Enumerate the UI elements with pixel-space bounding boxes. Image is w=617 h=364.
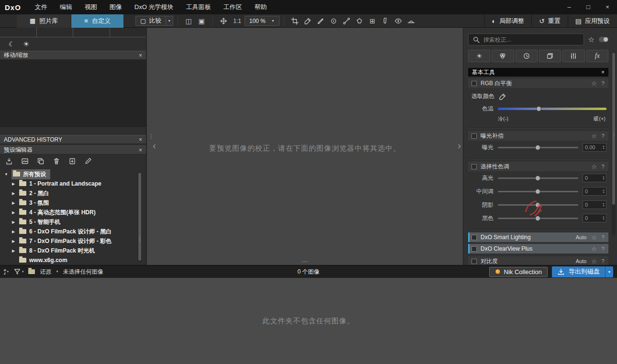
favorites-filter-icon[interactable]: ☆ xyxy=(588,35,595,44)
control-point-icon[interactable] xyxy=(327,14,340,28)
collapse-arrow-icon[interactable]: ▶ xyxy=(12,191,19,196)
tree-root-row[interactable]: ▼ 所有预设 xyxy=(0,169,146,179)
preset-folder-row[interactable]: ▶ 2 - 黑白 xyxy=(0,188,146,198)
tool-enable-checkbox[interactable] xyxy=(471,259,477,264)
tree-scrollbar[interactable] xyxy=(138,172,142,262)
tool-smart-lighting[interactable]: DxO Smart Lighting Auto ☆ ? xyxy=(468,232,608,242)
export-main-segment[interactable]: 导出到磁盘 xyxy=(552,266,605,277)
split-view-icon[interactable]: ◫ xyxy=(182,14,195,28)
close-button[interactable]: × xyxy=(598,0,617,14)
search-box[interactable] xyxy=(468,33,584,45)
minimize-button[interactable]: – xyxy=(560,0,579,14)
tool-rgb-white-balance[interactable]: RGB 白平衡 ☆ ? xyxy=(468,78,608,88)
sort-button[interactable]: az ▾ xyxy=(4,268,9,275)
white-balance-picker-icon[interactable] xyxy=(302,14,314,28)
menu-optics-modules[interactable]: DxO 光学模块 xyxy=(128,0,180,14)
horizon-tool-icon[interactable] xyxy=(405,14,418,28)
tool-enable-checkbox[interactable] xyxy=(471,164,477,169)
shadow-clipping-icon[interactable]: ☾ xyxy=(9,40,15,48)
preset-folder-row[interactable]: ▶ 3 - 氛围 xyxy=(0,198,146,208)
tab-photolibrary[interactable]: ▦ 照片库 xyxy=(17,14,71,28)
tool-enable-checkbox[interactable] xyxy=(471,133,477,139)
import-preset-icon[interactable] xyxy=(68,157,76,165)
paperclip-icon[interactable] xyxy=(379,14,392,28)
compare-button[interactable]: ▢ 比较 xyxy=(135,16,166,26)
duplicate-preset-icon[interactable] xyxy=(37,157,45,165)
current-folder-icon[interactable] xyxy=(28,269,35,274)
collapse-right-panel-icon[interactable]: › xyxy=(458,140,461,151)
help-icon[interactable]: ? xyxy=(601,80,605,86)
exposure-value-field[interactable]: 0.00 ▴▾ xyxy=(583,143,606,152)
collapse-arrow-icon[interactable]: ▶ xyxy=(12,220,19,224)
tool-selective-tone[interactable]: 选择性色调 ☆ ? xyxy=(468,162,608,171)
menu-workspace[interactable]: 工作区 xyxy=(217,0,248,14)
navigator-preview[interactable] xyxy=(0,60,146,127)
repair-brush-icon[interactable] xyxy=(314,14,327,28)
help-icon[interactable]: ? xyxy=(601,246,605,252)
perspective-grid-icon[interactable]: ⊞ xyxy=(366,14,379,28)
favorite-star-icon[interactable]: ☆ xyxy=(591,234,597,241)
menu-tool-panels[interactable]: 工具面板 xyxy=(179,0,217,14)
tab-detail[interactable] xyxy=(516,50,538,62)
zoom-level-dropdown[interactable]: 100 % ▼ xyxy=(245,16,280,26)
slider-thumb[interactable] xyxy=(536,106,541,111)
tool-contrast[interactable]: 对比度 Auto ☆ ? xyxy=(468,256,608,266)
shadows-value-field[interactable]: 0 ▴▾ xyxy=(583,200,606,209)
left-splitter-grip-icon[interactable]: ⋮ xyxy=(148,135,154,138)
tab-light[interactable]: ☀ xyxy=(468,50,490,62)
tab-geometry[interactable] xyxy=(539,50,561,62)
preset-from-image-icon[interactable] xyxy=(21,157,29,165)
blacks-value-field[interactable]: 0 ▴▾ xyxy=(583,214,606,222)
help-icon[interactable]: ? xyxy=(601,164,605,169)
highlight-clipping-icon[interactable]: ☀ xyxy=(23,40,30,48)
help-icon[interactable]: ? xyxy=(601,258,605,264)
step-down-icon[interactable]: ▾ xyxy=(603,147,604,150)
collapse-arrow-icon[interactable]: ▶ xyxy=(12,249,19,253)
reset-button[interactable]: ↺ 重置 xyxy=(531,14,568,27)
tool-enable-checkbox[interactable] xyxy=(471,246,477,252)
polygon-mask-icon[interactable] xyxy=(353,14,366,28)
collapse-arrow-icon[interactable]: ▶ xyxy=(12,230,19,234)
menu-help[interactable]: 帮助 xyxy=(248,0,273,14)
preset-folder-row[interactable]: ▶ 1 - Portrait and Landscape xyxy=(0,179,146,188)
tree-scrollbar-thumb[interactable] xyxy=(138,173,141,261)
preset-folder-row[interactable]: ▶ 8 - DxO FilmPack 时光机 xyxy=(0,246,146,255)
menu-view[interactable]: 视图 xyxy=(79,0,103,14)
preset-folder-row[interactable]: ▶ 7 - DxO FilmPack 设计师 - 彩色 xyxy=(0,236,146,246)
favorite-star-icon[interactable]: ☆ xyxy=(591,132,597,140)
menu-edit[interactable]: 编辑 xyxy=(54,0,79,14)
export-dropdown[interactable]: ▼ xyxy=(605,266,613,277)
highlights-value-field[interactable]: 0 ▴▾ xyxy=(583,174,606,182)
temperature-slider[interactable] xyxy=(498,106,606,112)
step-down-icon[interactable]: ▾ xyxy=(603,191,604,194)
tool-enable-checkbox[interactable] xyxy=(471,81,477,86)
expand-arrow-icon[interactable]: ▼ xyxy=(4,172,11,176)
search-input[interactable] xyxy=(483,36,580,43)
favorite-star-icon[interactable]: ☆ xyxy=(591,163,597,170)
right-panel-scrollbar-thumb[interactable] xyxy=(612,53,615,205)
tab-adjustments[interactable] xyxy=(562,50,584,62)
menu-image[interactable]: 图像 xyxy=(103,0,128,14)
menu-file[interactable]: 文件 xyxy=(29,0,54,14)
pipette-icon[interactable] xyxy=(499,93,506,100)
right-splitter-grip-icon[interactable]: ⋮ xyxy=(611,134,617,137)
favorite-star-icon[interactable]: ☆ xyxy=(591,245,597,253)
slider-thumb[interactable] xyxy=(535,145,540,150)
collapse-arrow-icon[interactable]: ▶ xyxy=(12,201,19,205)
pick-color-row[interactable]: 选取颜色 xyxy=(468,88,608,102)
preset-folder-row[interactable]: ▶ 6 - DxO FilmPack 设计师 - 黑白 xyxy=(0,227,146,236)
export-to-disk-button[interactable]: 导出到磁盘 ▼ xyxy=(552,266,613,277)
rename-preset-icon[interactable] xyxy=(84,157,92,165)
help-icon[interactable]: ? xyxy=(601,234,605,240)
close-icon[interactable]: × xyxy=(139,53,142,58)
highlights-slider[interactable] xyxy=(498,175,578,181)
tool-clearview-plus[interactable]: DxO ClearView Plus ☆ ? xyxy=(468,244,608,254)
preset-folder-row[interactable]: ▶ 4 - 高动态范围(单张 HDR) xyxy=(0,208,146,217)
favorite-star-icon[interactable]: ☆ xyxy=(591,80,597,87)
close-icon[interactable]: × xyxy=(139,137,142,143)
tab-color[interactable] xyxy=(492,50,514,62)
maximize-button[interactable]: □ xyxy=(579,0,598,14)
tab-customize[interactable]: ≡ 自定义 xyxy=(71,14,124,28)
pan-tool-icon[interactable] xyxy=(217,14,230,28)
filter-button[interactable]: ▾ xyxy=(13,268,24,276)
